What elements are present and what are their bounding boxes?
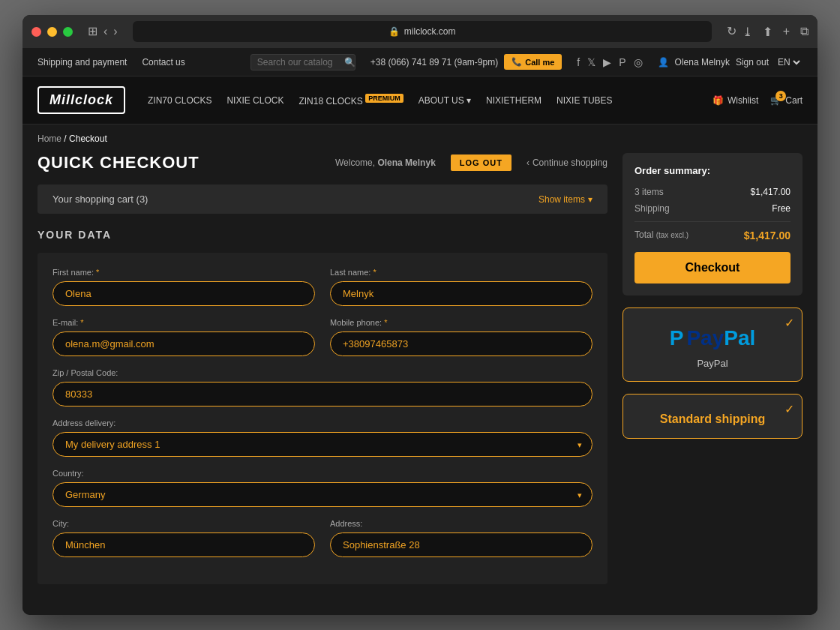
cart-btn[interactable]: 🛒 3 Cart: [770, 95, 802, 106]
instagram-icon[interactable]: ◎: [634, 56, 643, 68]
show-items-btn[interactable]: Show items ▾: [538, 194, 592, 205]
order-divider: [634, 221, 790, 222]
site-content: Shipping and payment Contact us 🔍 +38 (0…: [22, 48, 818, 615]
country-select-wrapper: Germany ▾: [52, 482, 592, 507]
paypal-check-icon: ✓: [784, 316, 794, 330]
facebook-icon[interactable]: f: [577, 56, 580, 68]
email-input[interactable]: [52, 332, 315, 356]
first-name-input[interactable]: [52, 281, 315, 306]
address-bar[interactable]: 🔒 milclock.com: [133, 21, 712, 42]
email-group: E-mail: *: [52, 318, 315, 356]
delivery-select[interactable]: My delivery address 1: [52, 432, 592, 457]
cart-badge: 3: [776, 91, 786, 101]
address-group: Address:: [330, 519, 592, 557]
browser-actions: ⤓ ⬆ + ⧉: [742, 25, 808, 39]
search-icon[interactable]: 🔍: [344, 57, 356, 68]
navbar: Millclock ZIN70 CLOCKS NIXIE CLOCK ZIN18…: [22, 76, 818, 124]
mobile-label: Mobile phone: *: [330, 318, 592, 327]
continue-shopping-link[interactable]: ‹ Continue shopping: [526, 158, 608, 168]
paypal-card[interactable]: ✓ P PayPal PayPal: [622, 308, 802, 382]
language-select[interactable]: EN: [775, 56, 802, 68]
zip-input[interactable]: [52, 382, 592, 406]
welcome-text: Welcome, Olena Melnyk: [335, 158, 436, 168]
checkout-header: QUICK CHECKOUT Welcome, Olena Melnyk LOG…: [38, 153, 608, 172]
mobile-group: Mobile phone: *: [330, 318, 592, 356]
email-label: E-mail: *: [52, 318, 315, 327]
shipping-label: Shipping: [634, 203, 670, 214]
share-icon[interactable]: ⬆: [763, 25, 772, 39]
cart-label: Cart: [785, 95, 802, 106]
nav-nixie-clock[interactable]: NIXIE CLOCK: [226, 95, 284, 106]
forward-btn[interactable]: ›: [113, 26, 117, 38]
country-label: Country:: [52, 469, 592, 478]
site-logo[interactable]: Millclock: [38, 86, 125, 114]
first-name-label: First name: *: [52, 268, 315, 277]
first-name-group: First name: *: [52, 268, 315, 306]
contact-row: E-mail: * Mobile phone: *: [52, 318, 592, 356]
nav-zin18-label: ZIN18 CLOCKS: [298, 96, 362, 106]
call-btn[interactable]: 📞 Call me: [504, 54, 562, 70]
wishlist-btn[interactable]: 🎁 Wishlist: [712, 95, 758, 106]
minimize-btn[interactable]: [47, 27, 57, 37]
nav-zin18[interactable]: ZIN18 CLOCKS PREMIUM: [298, 94, 403, 106]
logout-btn[interactable]: LOG OUT: [451, 154, 512, 171]
nav-nixie-tubes[interactable]: NIXIE TUBES: [556, 95, 612, 106]
breadcrumb-current: Checkout: [69, 134, 107, 144]
nav-nixietherm[interactable]: NIXIETHERM: [486, 95, 542, 106]
shipping-method-label: Standard shipping: [635, 412, 790, 426]
delivery-row: Address delivery: My delivery address 1 …: [52, 418, 592, 457]
search-input[interactable]: [257, 57, 340, 68]
shipping-payment-link[interactable]: Shipping and payment: [38, 57, 127, 68]
paypal-label: PayPal: [635, 358, 790, 369]
browser-controls: ⊞ ‹ ›: [88, 26, 118, 38]
phone-icon: 📞: [512, 57, 522, 67]
country-select[interactable]: Germany: [52, 482, 592, 507]
your-data-title: YOUR DATA: [38, 229, 608, 241]
contact-link[interactable]: Contact us: [142, 57, 184, 68]
user-icon: 👤: [658, 57, 669, 68]
cart-bar-title: Your shopping cart (3): [52, 194, 148, 205]
sign-out-link[interactable]: Sign out: [736, 57, 769, 68]
last-name-input[interactable]: [330, 281, 592, 306]
search-box[interactable]: 🔍: [250, 54, 356, 70]
download-icon[interactable]: ⤓: [742, 25, 752, 39]
sidebar-toggle[interactable]: ⊞: [88, 26, 98, 38]
nav-links: ZIN70 CLOCKS NIXIE CLOCK ZIN18 CLOCKS PR…: [148, 94, 690, 106]
maximize-btn[interactable]: [63, 27, 73, 37]
city-input[interactable]: [52, 532, 315, 557]
back-btn[interactable]: ‹: [104, 26, 107, 38]
welcome-prefix: Welcome,: [335, 158, 375, 168]
breadcrumb: Home / Checkout: [22, 124, 818, 153]
page-title: QUICK CHECKOUT: [38, 153, 200, 172]
checkout-meta: Welcome, Olena Melnyk LOG OUT ‹ Continue…: [335, 154, 608, 171]
close-btn[interactable]: [32, 27, 41, 37]
wishlist-label: Wishlist: [728, 95, 758, 106]
nav-actions: 🎁 Wishlist 🛒 3 Cart: [712, 95, 802, 106]
required-marker-2: *: [373, 268, 376, 277]
paypal-pay: Pay: [686, 326, 724, 350]
required-marker-3: *: [80, 318, 83, 327]
checkout-btn[interactable]: Checkout: [634, 252, 790, 284]
breadcrumb-home[interactable]: Home: [38, 134, 62, 144]
shipping-card[interactable]: ✓ Standard shipping: [622, 394, 802, 439]
total-line: Total (tax excl.) $1,417.00: [634, 230, 790, 242]
new-tab-icon[interactable]: +: [783, 25, 790, 39]
shipping-line: Shipping Free: [634, 203, 790, 214]
tabs-icon[interactable]: ⧉: [800, 25, 808, 39]
required-marker: *: [96, 268, 99, 277]
nav-zin70[interactable]: ZIN70 CLOCKS: [148, 95, 212, 106]
paypal-p-icon: P: [670, 326, 684, 350]
country-group: Country: Germany ▾: [52, 469, 592, 507]
main-container: QUICK CHECKOUT Welcome, Olena Melnyk LOG…: [22, 153, 818, 607]
total-value: $1,417.00: [744, 230, 790, 242]
youtube-icon[interactable]: ▶: [603, 56, 611, 68]
address-input[interactable]: [330, 532, 592, 557]
wishlist-icon: 🎁: [712, 95, 724, 106]
name-row: First name: * Last name: *: [52, 268, 592, 306]
mobile-input[interactable]: [330, 332, 592, 356]
nav-about[interactable]: ABOUT US ▾: [418, 95, 471, 106]
reload-btn[interactable]: ↻: [727, 26, 736, 38]
pinterest-icon[interactable]: P: [619, 56, 626, 68]
user-area: 👤 Olena Melnyk Sign out EN: [658, 56, 802, 68]
twitter-icon[interactable]: 𝕏: [587, 56, 596, 68]
